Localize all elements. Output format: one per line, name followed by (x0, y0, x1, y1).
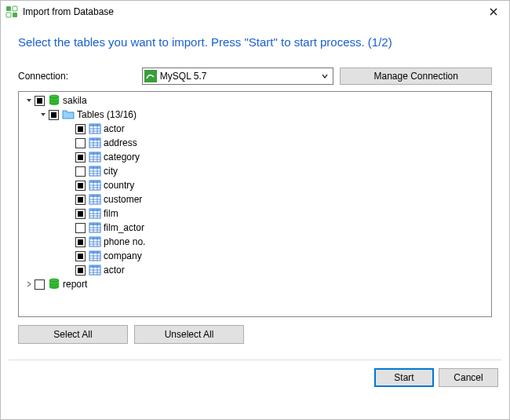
node-label: actor (104, 265, 125, 276)
unselect-all-button[interactable]: Unselect All (134, 325, 244, 344)
checkbox[interactable] (75, 152, 86, 163)
instruction-text: Select the tables you want to import. Pr… (1, 23, 509, 68)
database-icon (48, 94, 60, 107)
tree-node-database[interactable]: sakila (19, 93, 491, 108)
footer-buttons: Start Cancel (1, 360, 509, 387)
table-icon (89, 193, 101, 206)
checkbox[interactable] (75, 124, 86, 134)
svg-rect-2 (6, 13, 11, 17)
tree-node-table[interactable]: address (19, 136, 491, 150)
table-tree[interactable]: sakila Tables (13/16) actoraddresscatego… (18, 91, 492, 317)
svg-rect-62 (89, 251, 100, 254)
svg-rect-3 (13, 13, 17, 17)
chevron-down-icon (319, 72, 331, 81)
connection-select[interactable]: MySQL 5.7 (142, 68, 334, 85)
select-all-button[interactable]: Select All (18, 325, 128, 344)
checkbox[interactable] (75, 251, 86, 261)
node-label: film (104, 208, 118, 219)
checkbox[interactable] (75, 223, 86, 233)
svg-rect-68 (89, 265, 100, 268)
checkbox[interactable] (75, 138, 86, 148)
selection-buttons: Select All Unselect All (1, 322, 509, 347)
cancel-button[interactable]: Cancel (439, 368, 498, 387)
tree-node-table[interactable]: customer (19, 192, 491, 206)
node-label: sakila (63, 95, 87, 106)
table-icon (89, 250, 101, 262)
expand-icon[interactable] (24, 279, 35, 290)
svg-rect-0 (6, 6, 11, 11)
checkbox[interactable] (35, 96, 45, 106)
start-button[interactable]: Start (374, 368, 434, 387)
svg-rect-44 (89, 209, 100, 211)
table-icon (89, 236, 101, 248)
folder-icon (62, 108, 75, 121)
tree-node-table[interactable]: phone no. (19, 235, 491, 249)
node-label: Tables (13/16) (77, 109, 137, 120)
node-label: film_actor (104, 222, 144, 233)
checkbox[interactable] (75, 181, 86, 191)
node-label: company (104, 250, 142, 261)
svg-rect-14 (89, 138, 100, 141)
mysql-icon (144, 70, 157, 82)
svg-rect-50 (89, 223, 100, 225)
svg-rect-20 (89, 152, 100, 155)
svg-rect-1 (13, 6, 17, 11)
table-icon (89, 137, 101, 149)
tree-node-table[interactable]: film (19, 206, 491, 221)
table-icon (89, 151, 101, 163)
svg-rect-32 (89, 181, 100, 183)
checkbox[interactable] (75, 265, 86, 276)
node-label: customer (104, 194, 142, 205)
tree-node-table[interactable]: city (19, 164, 491, 178)
node-label: phone no. (104, 236, 145, 247)
checkbox[interactable] (75, 209, 86, 219)
tree-node-table[interactable]: country (19, 178, 491, 192)
node-label: address (104, 137, 137, 148)
svg-rect-56 (89, 237, 100, 239)
tree-node-table[interactable]: actor (19, 122, 491, 136)
table-icon (89, 165, 101, 177)
database-icon (48, 278, 60, 290)
collapse-icon[interactable] (24, 95, 35, 106)
table-icon (89, 221, 101, 234)
checkbox[interactable] (35, 279, 45, 290)
tree-node-table[interactable]: company (19, 249, 491, 263)
collapse-icon[interactable] (38, 109, 49, 120)
checkbox[interactable] (49, 110, 59, 120)
svg-rect-26 (89, 166, 100, 169)
connection-label: Connection: (18, 71, 136, 82)
table-icon (89, 264, 101, 276)
table-icon (89, 179, 101, 192)
connection-value: MySQL 5.7 (160, 71, 319, 82)
node-label: city (104, 166, 118, 177)
svg-rect-4 (144, 70, 157, 82)
window-title: Import from Database (23, 6, 484, 17)
tree-node-table[interactable]: category (19, 150, 491, 164)
node-label: country (104, 180, 134, 191)
node-label: category (104, 152, 140, 163)
svg-rect-8 (89, 124, 100, 126)
titlebar: Import from Database (1, 1, 509, 23)
connection-row: Connection: MySQL 5.7 Manage Connection (1, 68, 509, 89)
tree-node-table[interactable]: actor (19, 263, 491, 277)
table-icon (89, 122, 101, 135)
checkbox[interactable] (75, 237, 86, 247)
tree-node-tables-group[interactable]: Tables (13/16) (19, 108, 491, 122)
app-icon (5, 5, 18, 18)
node-label: report (63, 279, 87, 290)
checkbox[interactable] (75, 195, 86, 205)
tree-node-table[interactable]: film_actor (19, 221, 491, 235)
table-icon (89, 207, 101, 220)
checkbox[interactable] (75, 166, 86, 177)
svg-rect-38 (89, 195, 100, 197)
tree-node-database[interactable]: report (19, 277, 491, 291)
node-label: actor (104, 123, 125, 134)
manage-connection-button[interactable]: Manage Connection (340, 68, 492, 85)
close-icon[interactable] (484, 5, 503, 18)
